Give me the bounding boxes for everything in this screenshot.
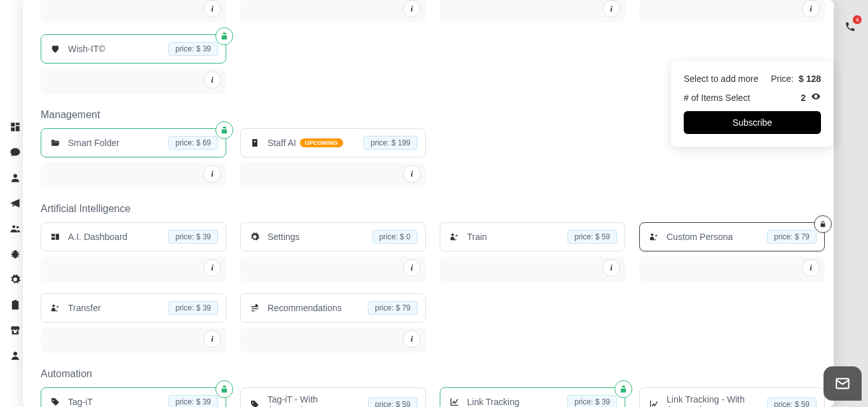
badge-icon xyxy=(248,137,261,149)
card-transfer[interactable]: Transfer price: $ 39 xyxy=(41,293,226,323)
card-wish-it[interactable]: Wish-IT© price: $ 39 xyxy=(41,34,226,63)
card-title: Wish-IT© xyxy=(68,44,162,54)
heart-icon xyxy=(49,43,62,55)
price-chip: price: $ 39 xyxy=(168,301,218,315)
info-button[interactable]: i xyxy=(203,165,221,183)
summary-select-label: Select to add more xyxy=(684,74,759,84)
card-title: Settings xyxy=(268,232,366,242)
card-title: Tag-iT - With Automation xyxy=(268,394,362,407)
price-chip: price: $ 39 xyxy=(168,230,218,244)
chart-line-icon xyxy=(448,396,461,407)
card-link-tracking[interactable]: Link Tracking price: $ 39 xyxy=(440,387,625,407)
unlock-icon xyxy=(215,121,233,139)
unlock-icon xyxy=(614,380,632,398)
card-footer: i xyxy=(639,0,825,23)
svg-point-1 xyxy=(13,225,16,229)
card-title: Link Tracking xyxy=(467,397,561,407)
card-title: Recommendations xyxy=(268,303,362,313)
info-button[interactable]: i xyxy=(802,259,820,277)
lock-icon xyxy=(814,215,832,233)
card-footer: i xyxy=(440,0,625,23)
summary-price-label: Price: xyxy=(771,74,794,84)
svg-point-0 xyxy=(13,174,17,178)
info-button[interactable]: i xyxy=(802,0,820,18)
card-footer: i xyxy=(41,69,226,94)
svg-point-2 xyxy=(17,226,19,229)
mail-fab[interactable] xyxy=(824,366,862,401)
info-button[interactable]: i xyxy=(403,330,421,348)
card-staff-ai[interactable]: Staff AI UPCOMING price: $ 199 xyxy=(240,128,426,157)
svg-point-3 xyxy=(13,352,17,356)
card-train[interactable]: Train price: $ 59 xyxy=(440,222,625,251)
card-footer: i xyxy=(41,328,226,353)
card-tag-it-automation[interactable]: Tag-iT - With Automation price: $ 59 xyxy=(240,387,426,407)
upcoming-badge: UPCOMING xyxy=(300,138,343,147)
info-button[interactable]: i xyxy=(602,0,620,18)
price-chip: price: $ 59 xyxy=(368,397,417,407)
card-footer: i xyxy=(240,328,426,353)
card-title: Staff AI UPCOMING xyxy=(268,138,357,148)
price-chip: price: $ 59 xyxy=(567,230,617,244)
summary-items-count: 2 xyxy=(801,93,806,103)
persona-icon xyxy=(648,230,660,243)
card-title: Smart Folder xyxy=(68,138,162,148)
card-ai-dashboard[interactable]: A.I. Dashboard price: $ 39 xyxy=(41,222,226,251)
card-title: Transfer xyxy=(68,303,162,313)
card-smart-folder[interactable]: Smart Folder price: $ 69 xyxy=(41,128,226,157)
price-chip: price: $ 39 xyxy=(567,395,617,407)
price-chip: price: $ 199 xyxy=(363,136,417,150)
info-button[interactable]: i xyxy=(203,330,221,348)
card-title: Custom Persona xyxy=(667,232,761,242)
card-title: Tag-iT xyxy=(68,397,162,407)
card-footer: i xyxy=(41,257,226,282)
price-chip: price: $ 69 xyxy=(168,136,218,150)
price-chip: price: $ 39 xyxy=(168,42,218,56)
info-button[interactable]: i xyxy=(203,71,221,89)
info-button[interactable]: i xyxy=(203,259,221,277)
mail-icon xyxy=(834,375,851,392)
card-title: A.I. Dashboard xyxy=(68,232,162,242)
unlock-icon xyxy=(215,380,233,398)
card-title: Link Tracking - With Automation xyxy=(667,394,761,407)
transfer-icon xyxy=(49,302,62,314)
subscribe-button[interactable]: Subscribe xyxy=(684,111,821,134)
info-button[interactable]: i xyxy=(602,259,620,277)
card-footer: i xyxy=(240,257,426,282)
unlock-icon xyxy=(215,27,233,45)
tag-icon xyxy=(248,398,261,407)
info-button[interactable]: i xyxy=(403,165,421,183)
dashboard-icon xyxy=(49,230,62,243)
card-link-tracking-automation[interactable]: Link Tracking - With Automation price: $… xyxy=(639,387,825,407)
card-settings[interactable]: Settings price: $ 0 xyxy=(240,222,426,251)
info-button[interactable]: i xyxy=(403,0,421,18)
price-chip: price: $ 79 xyxy=(767,230,817,244)
phone-notification[interactable]: 4 xyxy=(841,18,859,36)
summary-panel: Select to add more Price: $ 128 # of Ite… xyxy=(671,61,834,147)
tag-icon xyxy=(49,396,62,407)
gear-icon xyxy=(248,230,261,243)
card-footer: i xyxy=(440,257,625,282)
card-title: Train xyxy=(467,232,561,242)
card-footer: i xyxy=(41,163,226,188)
price-chip: price: $ 59 xyxy=(767,397,817,407)
section-title-ai: Artificial Intelligence xyxy=(41,203,816,215)
card-footer: i xyxy=(41,0,226,23)
train-icon xyxy=(448,230,461,243)
folder-open-icon xyxy=(49,137,62,149)
eye-icon[interactable] xyxy=(811,91,821,103)
price-chip: price: $ 79 xyxy=(368,301,417,315)
card-tag-it[interactable]: Tag-iT price: $ 39 xyxy=(41,387,226,407)
card-footer: i xyxy=(240,0,426,23)
summary-items-label: # of Items Select xyxy=(684,93,750,103)
card-custom-persona[interactable]: Custom Persona price: $ 79 xyxy=(639,222,825,251)
notification-count: 4 xyxy=(853,15,862,24)
card-title-text: Staff AI xyxy=(268,138,296,148)
info-button[interactable]: i xyxy=(203,0,221,18)
info-button[interactable]: i xyxy=(403,259,421,277)
price-chip: price: $ 39 xyxy=(168,395,218,407)
section-title-automation: Automation xyxy=(41,368,816,380)
chart-line-icon xyxy=(648,398,660,407)
recommendations-icon xyxy=(248,302,261,314)
price-chip: price: $ 0 xyxy=(372,230,417,244)
card-recommendations[interactable]: Recommendations price: $ 79 xyxy=(240,293,426,323)
